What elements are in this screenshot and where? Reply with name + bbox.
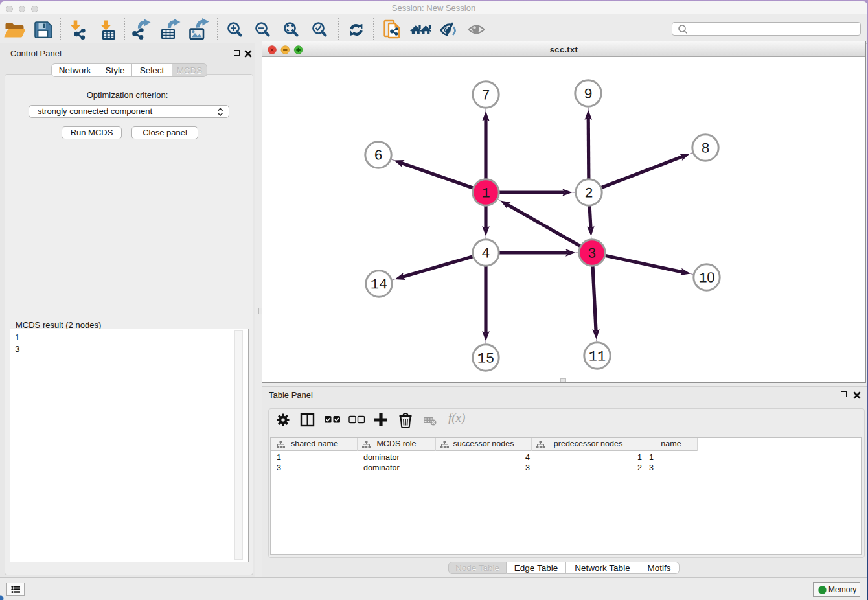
svg-text:6: 6 [374,148,382,164]
svg-text:7: 7 [481,87,490,104]
svg-text:1: 1 [481,185,490,202]
svg-text:3: 3 [588,246,596,262]
svg-text:11: 11 [589,349,606,365]
svg-text:14: 14 [371,277,387,293]
svg-text:8: 8 [701,141,709,157]
svg-text:10: 10 [698,270,714,287]
svg-text:4: 4 [481,246,490,262]
svg-text:2: 2 [584,186,593,202]
svg-text:15: 15 [477,351,494,367]
svg-text:9: 9 [584,87,592,103]
